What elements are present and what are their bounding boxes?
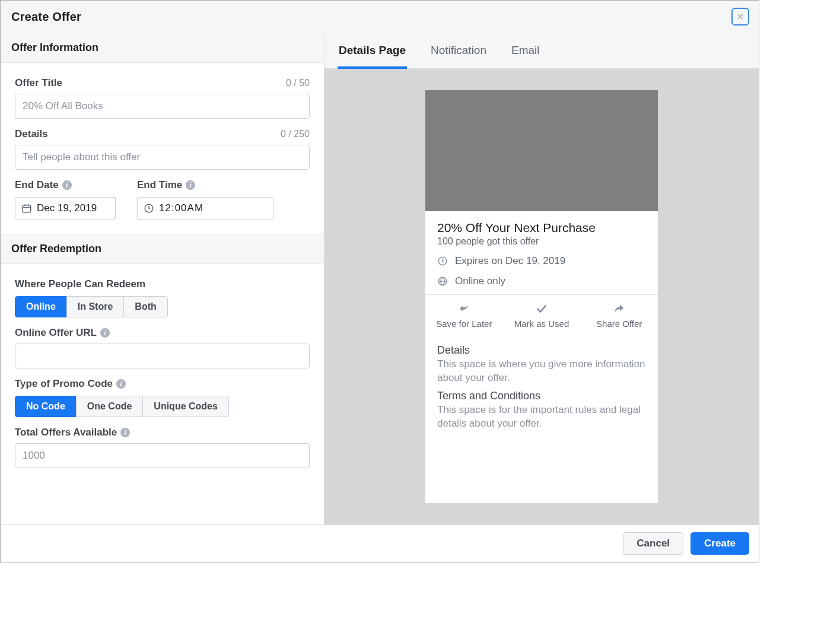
online-url-label: Online Offer URL xyxy=(15,327,97,339)
tab-details-page[interactable]: Details Page xyxy=(338,33,407,69)
share-icon xyxy=(612,302,627,315)
tab-email[interactable]: Email xyxy=(510,33,541,69)
offer-title-label: Offer Title xyxy=(15,77,62,89)
redeem-where-label: Where People Can Redeem xyxy=(15,278,310,290)
preview-card: 20% Off Your Next Purchase 100 people go… xyxy=(425,90,658,503)
offer-title-counter: 0 / 50 xyxy=(286,78,310,88)
info-icon[interactable]: i xyxy=(186,180,195,190)
details-input[interactable] xyxy=(15,145,310,170)
preview-online-only: Online only xyxy=(455,275,505,287)
action-save-for-later[interactable]: Save for Later xyxy=(425,295,503,337)
offer-redemption-body: Where People Can Redeem Online In Store … xyxy=(1,264,324,482)
preview-expires: Expires on Dec 19, 2019 xyxy=(455,255,565,267)
close-button[interactable] xyxy=(733,9,748,24)
field-online-url: Online Offer URL i xyxy=(15,327,310,368)
checkmark-icon xyxy=(534,302,549,315)
end-date-value: Dec 19, 2019 xyxy=(37,202,97,214)
field-details: Details 0 / 250 xyxy=(15,128,310,170)
save-icon xyxy=(456,302,472,315)
offer-title-input[interactable] xyxy=(15,94,310,119)
redeem-where-segmented: Online In Store Both xyxy=(15,296,168,317)
end-date-input[interactable]: Dec 19, 2019 xyxy=(15,197,116,220)
modal-footer: Cancel Create xyxy=(1,525,759,562)
tab-notification[interactable]: Notification xyxy=(429,33,488,69)
action-save-label: Save for Later xyxy=(436,319,492,329)
field-end-date: End Date i Dec 19, 2019 xyxy=(15,179,116,220)
action-share-offer[interactable]: Share Offer xyxy=(580,295,658,337)
field-end-time: End Time i 12:00AM xyxy=(137,179,273,220)
details-label: Details xyxy=(15,128,48,140)
preview-details-heading: Details xyxy=(437,344,646,357)
action-mark-label: Mark as Used xyxy=(514,319,569,329)
cancel-button[interactable]: Cancel xyxy=(623,532,683,555)
field-redeem-where: Where People Can Redeem Online In Store … xyxy=(15,278,310,317)
redeem-option-instore[interactable]: In Store xyxy=(66,296,125,317)
promo-option-nocode[interactable]: No Code xyxy=(15,396,77,417)
clock-icon xyxy=(144,203,154,214)
section-offer-redemption: Offer Redemption xyxy=(1,234,324,264)
field-offer-title: Offer Title 0 / 50 xyxy=(15,77,310,119)
preview-terms-heading: Terms and Conditions xyxy=(437,390,646,402)
info-icon[interactable]: i xyxy=(116,379,126,389)
preview-subtitle: 100 people got this offer xyxy=(437,236,646,247)
promo-option-onecode[interactable]: One Code xyxy=(76,396,144,417)
promo-type-label: Type of Promo Code xyxy=(15,378,113,390)
info-icon[interactable]: i xyxy=(120,428,130,437)
redeem-option-both[interactable]: Both xyxy=(123,296,167,317)
modal-body: Offer Information Offer Title 0 / 50 Det… xyxy=(1,33,759,525)
globe-icon xyxy=(437,276,448,287)
end-time-value: 12:00AM xyxy=(159,202,203,214)
left-panel: Offer Information Offer Title 0 / 50 Det… xyxy=(1,33,324,525)
preview-title: 20% Off Your Next Purchase xyxy=(437,221,646,235)
info-icon[interactable]: i xyxy=(62,180,72,190)
end-date-label: End Date xyxy=(15,179,59,191)
right-panel: Details Page Notification Email 20% Off … xyxy=(324,33,759,525)
preview-area: 20% Off Your Next Purchase 100 people go… xyxy=(324,69,759,525)
preview-terms-text: This space is for the important rules an… xyxy=(437,403,646,431)
details-counter: 0 / 250 xyxy=(281,129,310,139)
end-time-input[interactable]: 12:00AM xyxy=(137,197,273,220)
action-mark-as-used[interactable]: Mark as Used xyxy=(503,295,581,337)
preview-actions: Save for Later Mark as Used Share Offer xyxy=(425,294,658,337)
online-url-input[interactable] xyxy=(15,344,310,368)
preview-tabs: Details Page Notification Email xyxy=(324,33,759,69)
modal-title: Create Offer xyxy=(11,10,81,24)
calendar-icon xyxy=(21,203,32,214)
offer-information-body: Offer Title 0 / 50 Details 0 / 250 xyxy=(1,63,324,234)
action-share-label: Share Offer xyxy=(596,319,642,329)
create-offer-modal: Create Offer Offer Information Offer Tit… xyxy=(0,0,759,562)
modal-header: Create Offer xyxy=(1,1,759,33)
svg-rect-0 xyxy=(23,205,31,212)
field-total-available: Total Offers Available i xyxy=(15,427,310,468)
promo-option-unique[interactable]: Unique Codes xyxy=(142,396,229,417)
info-icon[interactable]: i xyxy=(100,328,110,338)
preview-image-placeholder xyxy=(425,90,658,211)
clock-icon xyxy=(437,256,448,266)
create-button[interactable]: Create xyxy=(691,532,749,555)
end-time-label: End Time xyxy=(137,179,182,191)
total-available-label: Total Offers Available xyxy=(15,427,117,438)
close-icon xyxy=(736,12,745,21)
preview-details-text: This space is where you give more inform… xyxy=(437,358,646,385)
total-available-input[interactable] xyxy=(15,443,310,468)
promo-type-segmented: No Code One Code Unique Codes xyxy=(15,396,229,417)
redeem-option-online[interactable]: Online xyxy=(15,296,67,317)
section-offer-information: Offer Information xyxy=(1,33,324,63)
field-promo-type: Type of Promo Code i No Code One Code Un… xyxy=(15,378,310,417)
